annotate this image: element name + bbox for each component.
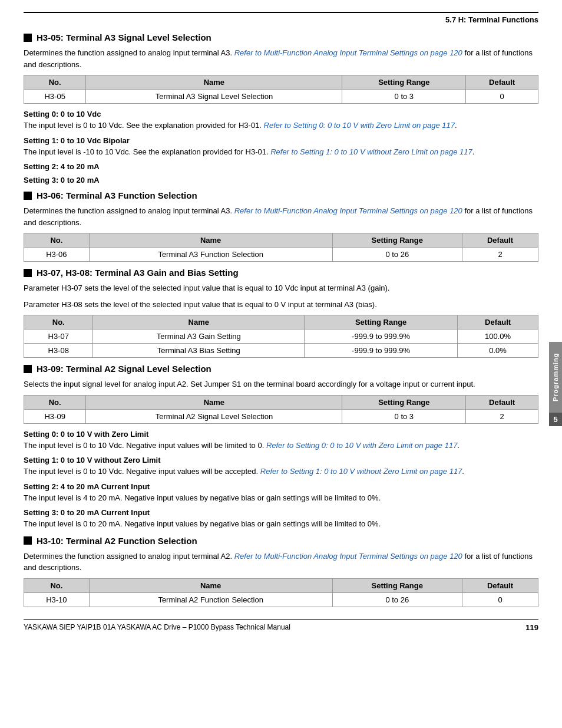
cell-no: H3-10 <box>24 592 90 607</box>
col-name: Name <box>89 233 332 248</box>
subsection-body-0-h3-09: The input level is 0 to 10 Vdc. Negative… <box>24 440 538 452</box>
bullet-icon <box>24 365 32 373</box>
col-default: Default <box>458 315 538 330</box>
section-title-h3-06: H3-06: Terminal A3 Function Selection <box>37 190 197 200</box>
link-h3-05-ref[interactable]: Refer to Multi-Function Analog Input Ter… <box>234 48 462 57</box>
page-number: 119 <box>525 623 538 632</box>
subsection-body-1-h3-05: The input level is -10 to 10 Vdc. See th… <box>24 146 538 158</box>
section-h3-09: H3-09: Terminal A2 Signal Level Selectio… <box>24 364 538 530</box>
table-row: H3-07 Terminal A3 Gain Setting -999.9 to… <box>24 330 538 344</box>
section-heading-h3-05: H3-05: Terminal A3 Signal Level Selectio… <box>24 32 538 42</box>
subsection-heading-2-h3-05: Setting 2: 4 to 20 mA <box>24 162 538 171</box>
bottom-bar: YASKAWA SIEP YAIP1B 01A YASKAWA AC Drive… <box>24 619 538 632</box>
col-default: Default <box>462 578 538 592</box>
subsection-heading-0-h3-09: Setting 0: 0 to 10 V with Zero Limit <box>24 430 538 439</box>
cell-default: 2 <box>466 409 538 423</box>
col-default: Default <box>466 75 538 90</box>
table-h3-10: No. Name Setting Range Default H3-10 Ter… <box>24 578 538 607</box>
bullet-icon <box>24 34 32 42</box>
top-bar: 5.7 H: Terminal Functions <box>24 12 538 24</box>
subsection-heading-1-h3-05: Setting 1: 0 to 10 Vdc Bipolar <box>24 136 538 145</box>
cell-name: Terminal A3 Function Selection <box>89 248 332 262</box>
col-setting-range: Setting Range <box>342 75 466 90</box>
link-setting0-h3-05[interactable]: Refer to Setting 0: 0 to 10 V with Zero … <box>264 121 455 130</box>
link-h3-10-ref[interactable]: Refer to Multi-Function Analog Input Ter… <box>234 552 462 561</box>
subsection-body-3-h3-09: The input level is 0 to 20 mA. Negative … <box>24 518 538 530</box>
cell-range: 0 to 3 <box>342 409 466 423</box>
subsection-body-2-h3-09: The input level is 4 to 20 mA. Negative … <box>24 492 538 504</box>
cell-name: Terminal A2 Function Selection <box>89 592 332 607</box>
col-name: Name <box>86 395 342 409</box>
cell-range: 0 to 26 <box>332 248 462 262</box>
section-heading-h3-09: H3-09: Terminal A2 Signal Level Selectio… <box>24 364 538 374</box>
col-setting-range: Setting Range <box>305 315 458 330</box>
bullet-icon <box>24 269 32 277</box>
col-setting-range: Setting Range <box>332 233 462 248</box>
table-row: H3-06 Terminal A3 Function Selection 0 t… <box>24 248 538 262</box>
side-tab-label: Programming <box>552 353 559 402</box>
subsection-heading-3-h3-05: Setting 3: 0 to 20 mA <box>24 176 538 185</box>
col-name: Name <box>89 578 332 592</box>
section-body1-h3-07-08: Parameter H3-07 sets the level of the se… <box>24 282 538 294</box>
page: 5.7 H: Terminal Functions H3-05: Termina… <box>0 0 562 728</box>
section-heading-h3-06: H3-06: Terminal A3 Function Selection <box>24 190 538 200</box>
section-heading-h3-07-08: H3-07, H3-08: Terminal A3 Gain and Bias … <box>24 268 538 278</box>
table-h3-09: No. Name Setting Range Default H3-09 Ter… <box>24 395 538 424</box>
section-h3-07-08: H3-07, H3-08: Terminal A3 Gain and Bias … <box>24 268 538 358</box>
subsection-body-1-h3-09: The input level is 0 to 10 Vdc. Negative… <box>24 466 538 477</box>
cell-range: 0 to 3 <box>342 90 466 104</box>
col-no: No. <box>24 578 90 592</box>
cell-default: 0.0% <box>458 344 538 358</box>
col-default: Default <box>462 233 538 248</box>
col-no: No. <box>24 233 90 248</box>
section-heading-h3-10: H3-10: Terminal A2 Function Selection <box>24 536 538 546</box>
col-default: Default <box>466 395 538 409</box>
bottom-left: YASKAWA SIEP YAIP1B 01A YASKAWA AC Drive… <box>24 623 290 631</box>
link-setting1-h3-09[interactable]: Refer to Setting 1: 0 to 10 V without Ze… <box>260 467 462 476</box>
subsection-heading-1-h3-09: Setting 1: 0 to 10 V without Zero Limit <box>24 456 538 465</box>
table-row: H3-08 Terminal A3 Bias Setting -999.9 to… <box>24 344 538 358</box>
link-setting1-h3-05[interactable]: Refer to Setting 1: 0 to 10 V without Ze… <box>270 147 472 156</box>
link-setting0-h3-09[interactable]: Refer to Setting 0: 0 to 10 V with Zero … <box>266 441 457 450</box>
section-body2-h3-07-08: Parameter H3-08 sets the level of the se… <box>24 299 538 311</box>
cell-range: -999.9 to 999.9% <box>305 344 458 358</box>
section-body-h3-09: Selects the input signal level for analo… <box>24 378 538 390</box>
section-title-h3-09: H3-09: Terminal A2 Signal Level Selectio… <box>37 364 211 374</box>
col-no: No. <box>24 395 86 409</box>
cell-default: 2 <box>462 248 538 262</box>
table-h3-05: No. Name Setting Range Default H3-05 Ter… <box>24 75 538 104</box>
cell-name: Terminal A3 Signal Level Selection <box>86 90 342 104</box>
section-h3-10: H3-10: Terminal A2 Function Selection De… <box>24 536 538 607</box>
cell-range: 0 to 26 <box>332 592 462 607</box>
col-setting-range: Setting Range <box>342 395 466 409</box>
subsection-heading-2-h3-09: Setting 2: 4 to 20 mA Current Input <box>24 482 538 491</box>
cell-no: H3-05 <box>24 90 86 104</box>
side-tab-number: 5 <box>549 413 562 426</box>
section-h3-05: H3-05: Terminal A3 Signal Level Selectio… <box>24 32 538 185</box>
bullet-icon <box>24 536 32 545</box>
col-no: No. <box>24 75 86 90</box>
cell-no: H3-09 <box>24 409 86 423</box>
cell-no: H3-06 <box>24 248 90 262</box>
col-setting-range: Setting Range <box>332 578 462 592</box>
section-body-h3-10: Determines the function assigned to anal… <box>24 551 538 574</box>
link-h3-06-ref[interactable]: Refer to Multi-Function Analog Input Ter… <box>234 206 462 215</box>
table-row: H3-05 Terminal A3 Signal Level Selection… <box>24 90 538 104</box>
page-section-title: 5.7 H: Terminal Functions <box>445 15 538 24</box>
table-row: H3-09 Terminal A2 Signal Level Selection… <box>24 409 538 423</box>
section-body-h3-05: Determines the function assigned to anal… <box>24 47 538 70</box>
cell-name: Terminal A3 Gain Setting <box>93 330 305 344</box>
table-h3-07-08: No. Name Setting Range Default H3-07 Ter… <box>24 315 538 358</box>
subsection-body-0-h3-05: The input level is 0 to 10 Vdc. See the … <box>24 120 538 131</box>
col-name: Name <box>86 75 342 90</box>
table-row: H3-10 Terminal A2 Function Selection 0 t… <box>24 592 538 607</box>
section-title-h3-05: H3-05: Terminal A3 Signal Level Selectio… <box>37 32 211 42</box>
col-no: No. <box>24 315 93 330</box>
cell-name: Terminal A3 Bias Setting <box>93 344 305 358</box>
bottom-manual: SIEP YAIP1B 01A YASKAWA AC Drive – P1000… <box>57 623 290 631</box>
side-tab-programming: Programming <box>549 342 562 413</box>
cell-default: 0 <box>462 592 538 607</box>
cell-no: H3-07 <box>24 330 93 344</box>
cell-no: H3-08 <box>24 344 93 358</box>
subsection-heading-0-h3-05: Setting 0: 0 to 10 Vdc <box>24 110 538 118</box>
